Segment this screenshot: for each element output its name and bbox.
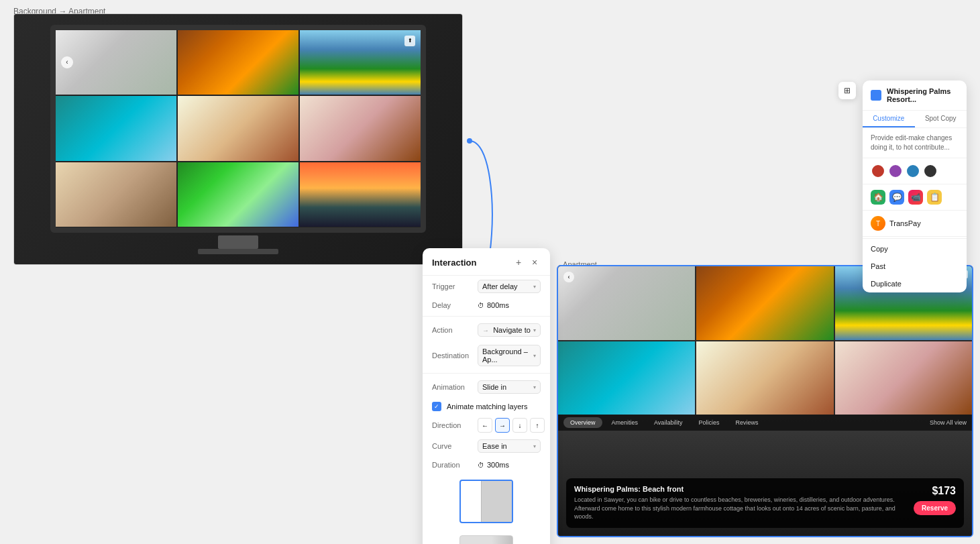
property-name: Whispering Palms: Beach front xyxy=(574,485,907,493)
rp-cell-house: ‹ xyxy=(558,266,695,340)
clock-icon: ⏱ xyxy=(478,302,484,309)
direction-label: Direction xyxy=(432,421,472,429)
animation-label: Animation xyxy=(432,383,472,391)
duration-value: ⏱ 300ms xyxy=(478,461,509,469)
nav-dot[interactable]: ‹ xyxy=(61,56,73,68)
direction-up-button[interactable]: ↑ xyxy=(530,418,545,433)
left-canvas-frame: ‹ ⬆ xyxy=(13,13,463,265)
animation-preview xyxy=(423,473,550,530)
menu-item-copy[interactable]: Copy xyxy=(863,240,967,258)
photo-cell-bedroom2 xyxy=(56,162,176,227)
chevron-down-icon: ▾ xyxy=(533,443,536,449)
rp-cell-room2 xyxy=(835,341,972,415)
direction-left-button[interactable]: ← xyxy=(478,418,492,433)
app-icon-video[interactable]: 📹 xyxy=(908,190,923,205)
tab-reviews[interactable]: Reviews xyxy=(728,417,765,428)
tabs-bar: Overview Amenities Availability Policies… xyxy=(558,415,972,431)
tab-amenities[interactable]: Amenities xyxy=(605,417,645,428)
action-label: Action xyxy=(432,326,472,334)
app-icon-yellow[interactable]: 📋 xyxy=(927,190,942,205)
price-text: $173 xyxy=(932,485,956,497)
app-icon-green[interactable]: 🏠 xyxy=(871,190,885,205)
delay-label: Delay xyxy=(432,301,472,309)
rp-cell-food xyxy=(696,266,833,340)
photo-grid: ‹ ⬆ xyxy=(56,30,421,227)
checkmark-icon: ✓ xyxy=(434,403,439,410)
screen-bezel: ‹ ⬆ xyxy=(50,25,426,233)
photo-cell-sunset xyxy=(300,162,421,227)
avatar-3 xyxy=(906,164,920,178)
photo-cell-room2 xyxy=(300,96,421,161)
chevron-down-icon: ▾ xyxy=(533,327,536,333)
panel-title: Interaction xyxy=(432,258,476,268)
close-panel-button[interactable]: × xyxy=(529,256,541,268)
chevron-down-icon: ▾ xyxy=(533,284,536,290)
preview-frame xyxy=(459,480,513,523)
svg-point-0 xyxy=(467,138,472,144)
photo-cell-mountain: ⬆ xyxy=(300,30,421,95)
property-description: Provide edit-make changes doing it, to h… xyxy=(863,128,967,158)
animate-layers-checkbox[interactable]: ✓ xyxy=(432,402,441,411)
rp-cell-pool xyxy=(558,341,695,415)
avatar-4 xyxy=(923,164,938,178)
menu-item-past[interactable]: Past xyxy=(863,258,967,275)
app-icon-blue[interactable]: 💬 xyxy=(889,190,904,205)
property-avatar xyxy=(871,90,881,101)
photo-cell-bedroom xyxy=(178,96,298,161)
apps-row: 🏠 💬 📹 📋 xyxy=(863,184,967,211)
trans-icon: T xyxy=(871,216,885,231)
animate-layers-label: Animate matching layers xyxy=(447,402,527,411)
tab-availability[interactable]: Availability xyxy=(647,417,689,428)
trigger-select[interactable]: After delay ▾ xyxy=(478,280,541,293)
chevron-down-icon: ▾ xyxy=(533,353,536,359)
animation-select[interactable]: Slide in ▾ xyxy=(478,380,541,394)
duration-label: Duration xyxy=(432,461,472,469)
curve-label: Curve xyxy=(432,442,472,450)
action-select[interactable]: → Navigate to ▾ xyxy=(478,323,541,337)
photo-cell-pool xyxy=(56,96,176,161)
info-card: Whispering Palms: Beach front Located in… xyxy=(566,478,964,528)
trans-row: T TransPay xyxy=(863,211,967,237)
direction-buttons: ← → ↓ ↑ xyxy=(478,418,545,433)
trans-label: TransPay xyxy=(889,219,921,227)
menu-item-duplicate[interactable]: Duplicate xyxy=(863,275,967,292)
toolbar-icon[interactable]: ⊞ xyxy=(838,82,856,99)
chevron-down-icon: ▾ xyxy=(533,384,536,390)
reserve-button[interactable]: Reserve xyxy=(914,501,956,515)
direction-down-button[interactable]: ↓ xyxy=(512,418,527,433)
add-interaction-button[interactable]: + xyxy=(512,256,525,268)
tab-policies[interactable]: Policies xyxy=(692,417,726,428)
tab-spot-copy[interactable]: Spot Copy xyxy=(915,111,967,127)
preview-inner xyxy=(481,481,512,522)
interaction-panel: Interaction + × Trigger After delay ▾ De… xyxy=(423,248,550,544)
photo-cell-food xyxy=(178,30,298,95)
avatar-1 xyxy=(871,164,885,178)
clock-icon: ⏱ xyxy=(478,461,484,469)
tab-overview[interactable]: Overview xyxy=(563,417,602,428)
avatar-row xyxy=(863,158,967,184)
photo-cell-house: ‹ xyxy=(56,30,176,95)
share-icon[interactable]: ⬆ xyxy=(404,36,415,46)
curve-select[interactable]: Ease in ▾ xyxy=(478,439,541,453)
photo-cell-palm xyxy=(178,162,298,227)
direction-right-button[interactable]: → xyxy=(495,418,510,433)
avatar-2 xyxy=(888,164,903,178)
right-preview: ‹ ⬆ Overview Amenities Availability Poli… xyxy=(557,265,973,537)
right-bottom: Overview Amenities Availability Policies… xyxy=(558,415,972,536)
property-tabs: Customize Spot Copy xyxy=(863,111,967,128)
destination-label: Destination xyxy=(432,351,472,360)
rp-cell-bedroom xyxy=(696,341,833,415)
property-desc: Located in Sawyer, you can bike or drive… xyxy=(574,496,907,521)
trigger-label: Trigger xyxy=(432,282,472,290)
destination-select[interactable]: Background – Ap... ▾ xyxy=(478,345,541,366)
property-title: Whispering Palms Resort... xyxy=(887,87,959,103)
tab-show-all[interactable]: Show All view xyxy=(930,419,967,426)
delay-value: ⏱ 800ms xyxy=(478,301,509,309)
context-menu: Whispering Palms Resort... Customize Spo… xyxy=(863,80,967,292)
tab-customize[interactable]: Customize xyxy=(863,111,915,127)
